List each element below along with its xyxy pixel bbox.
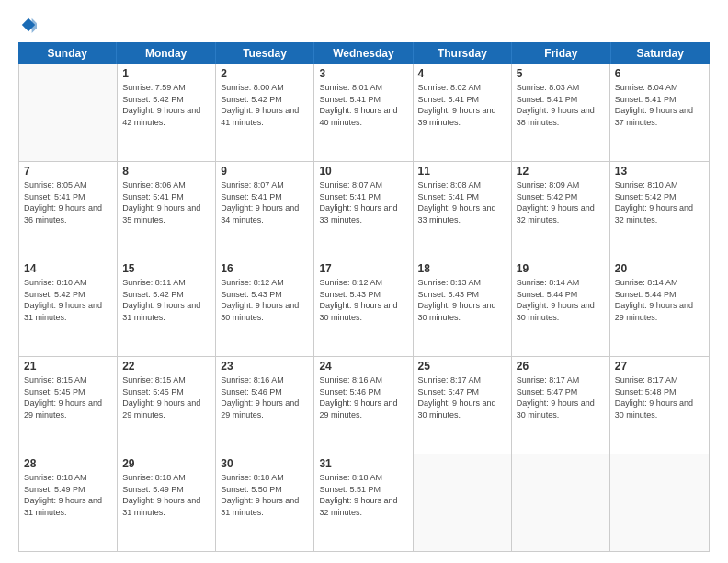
sunset-label: Sunset: 5:42 PM	[517, 192, 578, 201]
sunset-label: Sunset: 5:45 PM	[122, 387, 184, 396]
cell-info: Sunrise: 8:00 AM Sunset: 5:42 PM Dayligh…	[221, 82, 309, 128]
sunset-label: Sunset: 5:47 PM	[418, 387, 480, 396]
daylight-label: Daylight: 9 hours and 37 minutes.	[615, 106, 693, 127]
sunset-label: Sunset: 5:49 PM	[24, 485, 85, 494]
day-number: 22	[122, 360, 210, 373]
daylight-label: Daylight: 9 hours and 31 minutes.	[24, 301, 102, 322]
calendar-cell: 15 Sunrise: 8:11 AM Sunset: 5:42 PM Dayl…	[118, 259, 216, 356]
daylight-label: Daylight: 9 hours and 29 minutes.	[24, 398, 102, 419]
sunrise-label: Sunrise: 8:04 AM	[615, 83, 678, 92]
cell-info: Sunrise: 8:12 AM Sunset: 5:43 PM Dayligh…	[221, 277, 309, 323]
header-day: Saturday	[611, 42, 710, 64]
sunrise-label: Sunrise: 8:05 AM	[24, 180, 87, 190]
svg-marker-1	[32, 18, 37, 33]
calendar: SundayMondayTuesdayWednesdayThursdayFrid…	[18, 42, 710, 552]
daylight-label: Daylight: 9 hours and 29 minutes.	[221, 398, 299, 419]
cell-info: Sunrise: 8:18 AM Sunset: 5:51 PM Dayligh…	[319, 472, 407, 518]
sunrise-label: Sunrise: 8:10 AM	[615, 180, 678, 190]
sunrise-label: Sunrise: 8:08 AM	[418, 180, 482, 190]
calendar-cell: 12 Sunrise: 8:09 AM Sunset: 5:42 PM Dayl…	[512, 162, 610, 259]
sunset-label: Sunset: 5:43 PM	[221, 290, 282, 299]
calendar-cell: 17 Sunrise: 8:12 AM Sunset: 5:43 PM Dayl…	[314, 259, 413, 356]
sunrise-label: Sunrise: 8:07 AM	[221, 180, 284, 190]
cell-info: Sunrise: 8:05 AM Sunset: 5:41 PM Dayligh…	[24, 179, 112, 225]
day-number: 6	[615, 67, 704, 80]
sunset-label: Sunset: 5:43 PM	[319, 290, 381, 299]
calendar-cell: 21 Sunrise: 8:15 AM Sunset: 5:45 PM Dayl…	[19, 357, 118, 454]
sunrise-label: Sunrise: 8:02 AM	[418, 83, 482, 92]
sunrise-label: Sunrise: 8:00 AM	[221, 83, 284, 92]
calendar-cell: 13 Sunrise: 8:10 AM Sunset: 5:42 PM Dayl…	[610, 162, 709, 259]
calendar-cell: 25 Sunrise: 8:17 AM Sunset: 5:47 PM Dayl…	[414, 357, 512, 454]
daylight-label: Daylight: 9 hours and 36 minutes.	[24, 203, 102, 224]
header-day: Monday	[117, 42, 215, 64]
sunrise-label: Sunrise: 8:15 AM	[24, 375, 87, 385]
sunset-label: Sunset: 5:41 PM	[615, 95, 677, 104]
sunset-label: Sunset: 5:41 PM	[221, 192, 282, 201]
day-number: 12	[517, 165, 605, 178]
daylight-label: Daylight: 9 hours and 34 minutes.	[221, 203, 299, 224]
sunrise-label: Sunrise: 8:18 AM	[122, 473, 186, 482]
sunset-label: Sunset: 5:41 PM	[319, 192, 381, 201]
calendar-cell: 11 Sunrise: 8:08 AM Sunset: 5:41 PM Dayl…	[414, 162, 512, 259]
sunset-label: Sunset: 5:44 PM	[517, 290, 578, 299]
cell-info: Sunrise: 8:18 AM Sunset: 5:49 PM Dayligh…	[122, 472, 210, 518]
daylight-label: Daylight: 9 hours and 30 minutes.	[221, 301, 299, 322]
sunrise-label: Sunrise: 8:03 AM	[517, 83, 580, 92]
sunset-label: Sunset: 5:41 PM	[24, 192, 85, 201]
daylight-label: Daylight: 9 hours and 30 minutes.	[319, 301, 397, 322]
calendar-cell: 6 Sunrise: 8:04 AM Sunset: 5:41 PM Dayli…	[610, 64, 709, 161]
cell-info: Sunrise: 8:18 AM Sunset: 5:49 PM Dayligh…	[24, 472, 112, 518]
day-number: 29	[122, 457, 210, 470]
cell-info: Sunrise: 8:17 AM Sunset: 5:47 PM Dayligh…	[418, 374, 506, 420]
daylight-label: Daylight: 9 hours and 38 minutes.	[517, 106, 595, 127]
calendar-cell: 20 Sunrise: 8:14 AM Sunset: 5:44 PM Dayl…	[610, 259, 709, 356]
sunset-label: Sunset: 5:51 PM	[319, 485, 381, 494]
sunset-label: Sunset: 5:42 PM	[122, 95, 184, 104]
sunrise-label: Sunrise: 8:18 AM	[24, 473, 87, 482]
daylight-label: Daylight: 9 hours and 29 minutes.	[615, 301, 693, 322]
daylight-label: Daylight: 9 hours and 40 minutes.	[319, 106, 397, 127]
daylight-label: Daylight: 9 hours and 33 minutes.	[418, 203, 496, 224]
calendar-cell: 18 Sunrise: 8:13 AM Sunset: 5:43 PM Dayl…	[414, 259, 512, 356]
sunset-label: Sunset: 5:44 PM	[615, 290, 677, 299]
day-number: 23	[221, 360, 309, 373]
daylight-label: Daylight: 9 hours and 30 minutes.	[418, 301, 496, 322]
cell-info: Sunrise: 8:14 AM Sunset: 5:44 PM Dayligh…	[615, 277, 704, 323]
sunset-label: Sunset: 5:42 PM	[122, 290, 184, 299]
calendar-cell: 26 Sunrise: 8:17 AM Sunset: 5:47 PM Dayl…	[512, 357, 610, 454]
cell-info: Sunrise: 7:59 AM Sunset: 5:42 PM Dayligh…	[122, 82, 210, 128]
day-number: 14	[24, 262, 112, 275]
sunrise-label: Sunrise: 8:11 AM	[122, 278, 186, 287]
sunrise-label: Sunrise: 8:17 AM	[517, 375, 580, 385]
calendar-cell: 22 Sunrise: 8:15 AM Sunset: 5:45 PM Dayl…	[118, 357, 216, 454]
day-number: 28	[24, 457, 112, 470]
sunrise-label: Sunrise: 8:07 AM	[319, 180, 382, 190]
cell-info: Sunrise: 8:01 AM Sunset: 5:41 PM Dayligh…	[319, 82, 407, 128]
day-number: 21	[24, 360, 112, 373]
sunrise-label: Sunrise: 8:16 AM	[221, 375, 284, 385]
daylight-label: Daylight: 9 hours and 35 minutes.	[122, 203, 200, 224]
sunrise-label: Sunrise: 8:14 AM	[517, 278, 580, 287]
cell-info: Sunrise: 8:11 AM Sunset: 5:42 PM Dayligh…	[122, 277, 210, 323]
calendar-cell	[512, 454, 610, 551]
day-number: 9	[221, 165, 309, 178]
day-number: 20	[615, 262, 704, 275]
sunset-label: Sunset: 5:41 PM	[319, 95, 381, 104]
page: SundayMondayTuesdayWednesdayThursdayFrid…	[0, 0, 728, 563]
header-day: Friday	[512, 42, 610, 64]
calendar-week: 21 Sunrise: 8:15 AM Sunset: 5:45 PM Dayl…	[19, 357, 709, 454]
daylight-label: Daylight: 9 hours and 30 minutes.	[517, 398, 595, 419]
calendar-cell: 9 Sunrise: 8:07 AM Sunset: 5:41 PM Dayli…	[216, 162, 314, 259]
cell-info: Sunrise: 8:04 AM Sunset: 5:41 PM Dayligh…	[615, 82, 704, 128]
sunrise-label: Sunrise: 8:09 AM	[517, 180, 580, 190]
sunset-label: Sunset: 5:50 PM	[221, 485, 282, 494]
sunrise-label: Sunrise: 8:15 AM	[122, 375, 186, 385]
cell-info: Sunrise: 8:06 AM Sunset: 5:41 PM Dayligh…	[122, 179, 210, 225]
daylight-label: Daylight: 9 hours and 30 minutes.	[615, 398, 693, 419]
calendar-cell: 31 Sunrise: 8:18 AM Sunset: 5:51 PM Dayl…	[314, 454, 413, 551]
day-number: 17	[319, 262, 407, 275]
calendar-week: 14 Sunrise: 8:10 AM Sunset: 5:42 PM Dayl…	[19, 259, 709, 357]
daylight-label: Daylight: 9 hours and 31 minutes.	[24, 496, 102, 517]
sunset-label: Sunset: 5:45 PM	[24, 387, 85, 396]
